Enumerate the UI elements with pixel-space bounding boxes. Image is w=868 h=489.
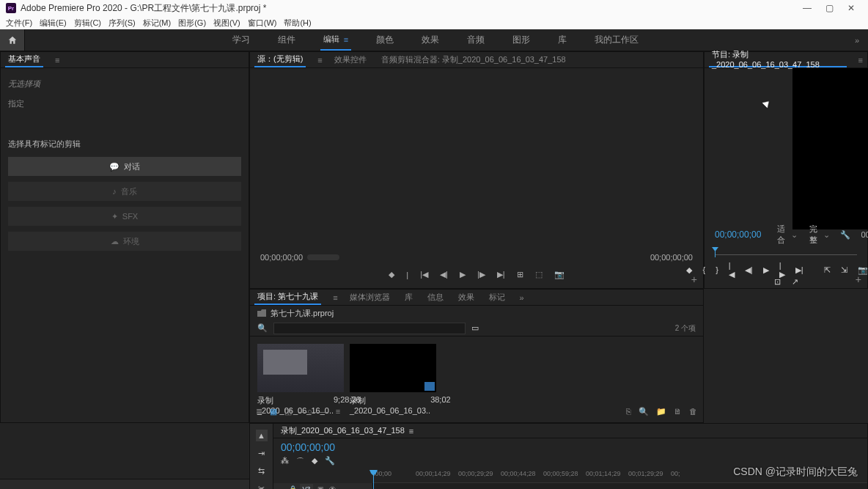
tab-info[interactable]: 信息	[424, 290, 446, 305]
tab-program-menu[interactable]: ≡	[858, 56, 863, 65]
prog-play[interactable]: ▶	[763, 265, 769, 275]
track-select-tool[interactable]: ⇥	[256, 447, 268, 459]
src-mark-in[interactable]: ◆	[389, 270, 394, 279]
filter-icon[interactable]: ▭	[471, 323, 479, 333]
menu-help[interactable]: 帮助(H)	[284, 18, 311, 29]
tab-effect-controls[interactable]: 效果控件	[331, 52, 369, 67]
program-resolution[interactable]: 完整	[809, 224, 817, 246]
menu-marker[interactable]: 标记(M)	[143, 18, 172, 29]
src-go-out[interactable]: ▶|	[497, 270, 505, 279]
prog-safe-margins[interactable]: ⊡	[772, 276, 782, 287]
src-go-in[interactable]: |◀	[420, 270, 428, 279]
menu-file[interactable]: 文件(F)	[6, 18, 32, 29]
ws-tab-editing[interactable]: 编辑≡	[320, 29, 351, 51]
source-zoom-slider[interactable]	[307, 254, 339, 260]
menu-window[interactable]: 窗口(W)	[248, 18, 277, 29]
ws-tab-libraries[interactable]: 库	[555, 29, 570, 51]
menu-graphics[interactable]: 图形(G)	[178, 18, 206, 29]
menu-sequence[interactable]: 序列(S)	[108, 18, 136, 29]
menu-view[interactable]: 视图(V)	[213, 18, 240, 29]
es-menu[interactable]: ≡	[55, 56, 59, 65]
project-search-input[interactable]	[273, 323, 466, 334]
prog-mark-in[interactable]: ◆	[686, 265, 692, 275]
ws-tab-color[interactable]: 颜色	[373, 29, 397, 51]
find-button[interactable]: 🔍	[639, 407, 649, 416]
program-monitor[interactable]	[792, 68, 868, 229]
razor-tool[interactable]: ✂	[256, 482, 268, 489]
proj-menu[interactable]: ≡	[333, 293, 337, 302]
prog-button-editor[interactable]: +	[856, 273, 861, 285]
track-body[interactable]	[373, 483, 867, 489]
prog-lift[interactable]: ⇱	[824, 265, 831, 275]
home-button[interactable]	[0, 29, 25, 51]
ws-tab-effects[interactable]: 效果	[419, 29, 442, 51]
src-step-fwd[interactable]: |▶	[477, 270, 485, 279]
delete-button[interactable]: 🗑	[689, 407, 697, 416]
src-mark-out[interactable]: |	[406, 271, 408, 279]
tab-media-browser[interactable]: 媒体浏览器	[347, 290, 393, 305]
list-view-button[interactable]: ≣	[256, 407, 262, 416]
tab-program[interactable]: 节目: 录制_2020_06_06_16_03_47_158	[709, 52, 847, 67]
prog-extract[interactable]: ⇲	[841, 265, 847, 275]
program-zoom[interactable]: 适合	[777, 224, 785, 246]
es-dialogue-button[interactable]: 💬对话	[8, 157, 241, 176]
linked-selection-button[interactable]: ⌒	[296, 456, 304, 467]
ws-tab-learn[interactable]: 学习	[229, 29, 253, 51]
ws-tab-close-icon[interactable]: ≡	[344, 35, 348, 44]
program-tc[interactable]: 00;00;00;00	[715, 229, 761, 240]
new-bin-button[interactable]: 📁	[656, 407, 666, 416]
icon-view-button[interactable]: ▦	[270, 407, 277, 416]
track-label[interactable]: V3	[300, 484, 313, 490]
zoom-slider[interactable]: —○——	[299, 407, 328, 416]
ws-tab-audio[interactable]: 音频	[464, 29, 488, 51]
snap-button[interactable]: ⁂	[281, 456, 289, 467]
tab-overflow[interactable]: »	[517, 290, 527, 305]
ws-tab-mine[interactable]: 我的工作区	[592, 29, 641, 51]
program-ruler[interactable]	[715, 247, 857, 257]
src-button-editor[interactable]: +	[691, 273, 697, 285]
program-playhead[interactable]	[715, 247, 716, 257]
prog-output[interactable]: ↗	[790, 276, 800, 287]
prog-go-out[interactable]: ▶|	[795, 265, 803, 275]
src-insert[interactable]: ⊞	[517, 270, 523, 279]
ripple-edit-tool[interactable]: ⇆	[256, 465, 268, 477]
tab-markers[interactable]: 标记	[486, 290, 508, 305]
tab-project[interactable]: 项目: 第七十九课	[254, 290, 321, 305]
tab-source[interactable]: 源：(无剪辑)	[254, 52, 306, 67]
prog-step-back[interactable]: ◀|	[745, 265, 753, 275]
maximize-button[interactable]: ▢	[818, 3, 840, 13]
automate-button[interactable]: ⎘	[626, 407, 631, 416]
sequence-name[interactable]: 录制_2020_06_06_16_03_47_158	[281, 425, 405, 436]
tab-libraries[interactable]: 库	[402, 290, 416, 305]
timeline-tc[interactable]: 00;00;00;00	[273, 438, 867, 456]
prog-step-fwd[interactable]: |▶	[779, 265, 785, 275]
prog-mark-out[interactable]: }	[716, 265, 718, 275]
es-ambience-button[interactable]: ☁环境	[8, 232, 241, 251]
tab-effects-panel[interactable]: 效果	[455, 290, 477, 305]
lock-icon[interactable]: 🔒	[288, 485, 297, 490]
timeline-playhead[interactable]	[373, 470, 374, 489]
tab-source-menu[interactable]: ≡	[317, 56, 322, 65]
selection-tool[interactable]: ▲	[256, 430, 268, 441]
wrench-icon[interactable]: 🔧	[840, 230, 850, 240]
es-music-button[interactable]: ♪音乐	[8, 182, 241, 201]
prog-mark-clip[interactable]: {	[702, 265, 705, 275]
new-item-button[interactable]: 🗎	[674, 407, 682, 416]
settings-button[interactable]: 🔧	[325, 456, 335, 467]
menu-clip[interactable]: 剪辑(C)	[74, 18, 101, 29]
ws-tab-assembly[interactable]: 组件	[275, 29, 298, 51]
sort-button[interactable]: ≡	[336, 407, 340, 416]
freeform-view-button[interactable]: ◫	[284, 407, 292, 416]
src-play[interactable]: ▶	[460, 270, 466, 279]
minimize-button[interactable]: —	[796, 3, 818, 13]
src-export[interactable]: 📷	[554, 270, 564, 279]
ws-tab-graphics[interactable]: 图形	[510, 29, 533, 51]
timeline-menu[interactable]: ≡	[409, 427, 413, 435]
ws-overflow[interactable]: »	[846, 36, 868, 45]
prog-go-in[interactable]: |◀	[729, 265, 735, 275]
marker-button[interactable]: ◆	[312, 456, 317, 467]
close-button[interactable]: ✕	[840, 3, 862, 13]
tab-audio-mixer[interactable]: 音频剪辑混合器: 录制_2020_06_06_16_03_47_158	[378, 52, 569, 67]
src-step-back[interactable]: ◀|	[440, 270, 448, 279]
eye-icon[interactable]: 👁	[328, 485, 336, 490]
